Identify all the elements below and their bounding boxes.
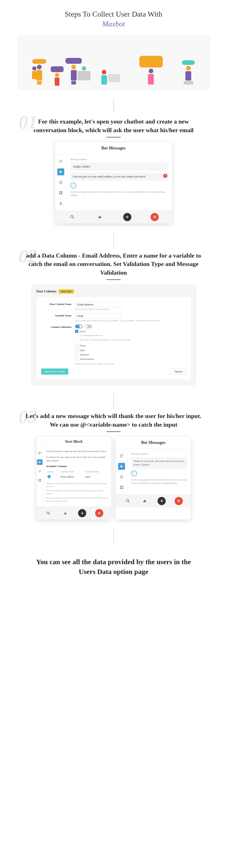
nb-footer-up[interactable]: [61, 509, 69, 517]
nb-sidebar-icon-3[interactable]: [37, 468, 42, 474]
dc-variable-name-input[interactable]: [75, 313, 122, 319]
laptop: [108, 74, 120, 82]
delete-btn-1[interactable]: ✕: [163, 174, 167, 178]
body-4: [148, 74, 154, 85]
footer-close-btn[interactable]: [150, 213, 159, 221]
dc-cancel-btn[interactable]: Cancel: [170, 369, 186, 375]
svg-line-43: [129, 501, 130, 502]
nb-table: Check Column Name Variable Name Email Ad…: [46, 469, 109, 479]
bot2-message-text: Thanks for you email , this email will b…: [134, 460, 184, 466]
page-header: Steps To Collect User Data With Maxbot: [14, 9, 213, 29]
checkbox-phone: Phone: [75, 344, 186, 347]
connector-3: [113, 393, 114, 407]
svg-point-10: [70, 215, 73, 218]
sidebar-icon-1[interactable]: [57, 158, 64, 165]
bot2-footer-add[interactable]: [158, 497, 166, 505]
svg-rect-19: [38, 454, 40, 454]
dc-variable-name-content: This variable name can be used on messag…: [75, 313, 186, 322]
bot-hint-text-1: Set the messages that the bot will send …: [70, 190, 169, 197]
nb-footer: [36, 506, 111, 520]
dc-column-name-content: Please enter the name of the data column…: [75, 302, 186, 310]
sidebar-icon-4[interactable]: [57, 189, 64, 196]
message-text-2: Can you give us your email address, so w…: [73, 175, 146, 178]
svg-rect-18: [38, 453, 41, 453]
dc-validation-content: Email ex: example@domain.com Please ente…: [75, 324, 186, 365]
svg-point-26: [47, 512, 49, 514]
nb-text-1: Click keywords to target the next block …: [46, 450, 109, 453]
svg-rect-8: [61, 193, 62, 194]
bhead-2: [55, 73, 59, 77]
step-2-section: 02 add a Data Column - Email Address, En…: [14, 251, 213, 384]
dc-column-name-input[interactable]: [75, 302, 122, 307]
footer-search-btn[interactable]: [68, 213, 77, 221]
bot2-sidebar-icon-4[interactable]: [118, 484, 125, 491]
nb-sidebar-icon-2[interactable]: [37, 459, 42, 465]
step-1-wrapper: 01 For this example, let's open your cha…: [14, 118, 213, 134]
dc-variable-name-label: Variable Name: [41, 313, 72, 317]
bot-panel-2-footer: [116, 494, 191, 507]
nb-sidebar-icon-4[interactable]: [37, 477, 42, 483]
svg-rect-33: [120, 455, 123, 455]
bot2-sidebar-icon-2[interactable]: [118, 463, 125, 470]
svg-rect-41: [122, 488, 123, 489]
sidebar-icon-3[interactable]: [57, 179, 64, 186]
alphanum-checkbox[interactable]: [75, 357, 78, 361]
add-bubble-btn[interactable]: +: [70, 183, 76, 188]
connector-2: [113, 233, 114, 247]
bot2-footer-search[interactable]: [124, 497, 132, 505]
bot2-hint-text: Set the messages that the bot will send …: [131, 478, 187, 485]
bot-panel-2: Bot Messages: [116, 437, 191, 520]
nb-footer-search[interactable]: [44, 509, 52, 517]
step-1-panel-container: Bot Messages: [14, 142, 213, 223]
bot2-sidebar-icon-3[interactable]: [118, 473, 125, 480]
figure-4: [139, 56, 163, 85]
dc-add-new-btn[interactable]: Add New: [59, 289, 74, 293]
svg-marker-44: [143, 499, 146, 502]
bot-panel-1: Bot Messages: [55, 142, 172, 223]
bot2-footer-close[interactable]: [175, 497, 183, 505]
nb-col-name: Column Name: [59, 469, 84, 474]
email-example: ex: example@domain.com: [80, 334, 186, 337]
bot-content-1: Message bubble Alright, thanks! Can you …: [67, 154, 172, 210]
nb-footer-add[interactable]: [78, 509, 86, 517]
figure-5: [182, 60, 195, 85]
nb-sidebar-icon-1[interactable]: [37, 450, 42, 456]
nb-check-icon[interactable]: [48, 475, 51, 478]
phone-checkbox[interactable]: [75, 344, 78, 347]
digit-checkbox[interactable]: [75, 348, 78, 352]
phone-label: Phone: [80, 344, 86, 347]
sidebar-icon-2[interactable]: [57, 168, 64, 175]
bot2-sidebar-icon-1[interactable]: [118, 452, 125, 459]
alpha-checkbox[interactable]: [75, 353, 78, 356]
svg-point-42: [126, 499, 129, 502]
footer-up-btn[interactable]: [95, 213, 104, 221]
bbody-2: [55, 78, 59, 86]
nb-footer-close[interactable]: [95, 509, 103, 517]
body-5: [186, 71, 191, 81]
footer-add-btn[interactable]: [123, 213, 132, 221]
nb-body-wrapper: Click keywords to target the next block …: [36, 447, 111, 507]
dc-add-column-btn[interactable]: Add Column Data: [41, 369, 68, 375]
nb-col-check: Check: [46, 469, 59, 474]
bot2-message-label: Message bubble: [131, 452, 187, 455]
svg-rect-24: [38, 480, 39, 482]
dc-toggle-row: [75, 324, 186, 328]
validation-toggle-off[interactable]: [84, 324, 92, 328]
bot2-footer-up[interactable]: [141, 497, 149, 505]
svg-point-21: [39, 471, 40, 471]
alpha-label: Alphabet: [80, 353, 89, 356]
bot-sidebar-2: [116, 449, 127, 494]
svg-point-37: [121, 476, 122, 477]
step-3-section: 03 Let's add a new message which will th…: [14, 412, 213, 520]
step-2-underline: [107, 279, 121, 280]
sidebar-icon-5[interactable]: [57, 200, 64, 207]
step-1-underline: [107, 137, 121, 137]
bot2-message-box: Thanks for you email , this email will b…: [131, 457, 187, 469]
bot2-add-bubble-btn[interactable]: +: [131, 470, 137, 476]
step-3-text: Let's add a new message which will thank…: [14, 412, 213, 429]
email-checkbox[interactable]: [75, 330, 78, 333]
bottom-fig-1: [32, 66, 37, 86]
validation-toggle[interactable]: [75, 324, 83, 328]
dc-form: Data Column Name Please enter the name o…: [36, 297, 191, 379]
head-5: [186, 66, 191, 70]
